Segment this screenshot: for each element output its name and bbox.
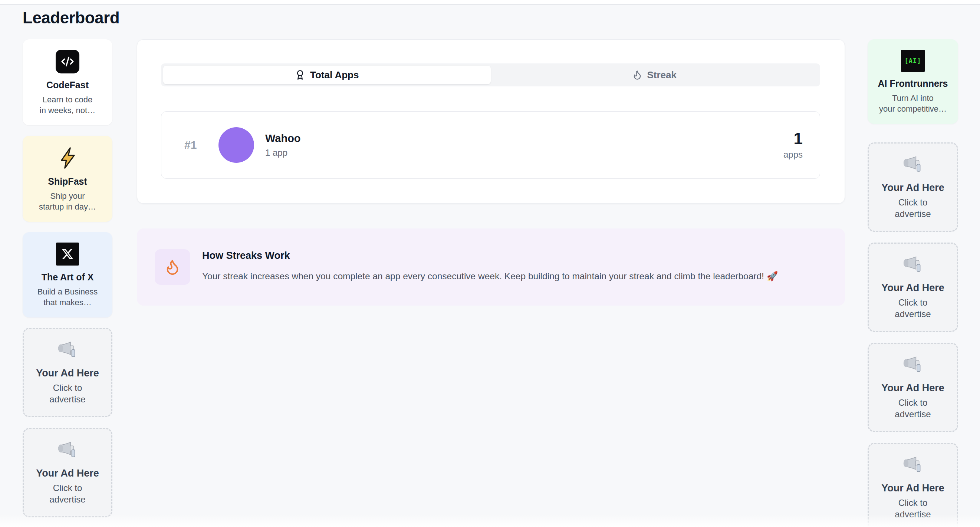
ad-title: Your Ad Here xyxy=(875,182,951,194)
ad-title: Your Ad Here xyxy=(30,468,105,479)
sponsor-description: Turn AI into your competitive… xyxy=(876,93,950,114)
info-body: Your streak increases when you complete … xyxy=(202,269,778,283)
right-sidebar: [AI] AI Frontrunners Turn AI into your c… xyxy=(868,39,958,527)
code-icon xyxy=(56,50,80,73)
sponsor-name: ShipFast xyxy=(29,176,107,187)
lightning-bolt-icon xyxy=(29,146,107,170)
rank-badge: #1 xyxy=(185,139,206,151)
flame-icon xyxy=(155,249,190,285)
ad-placeholder-card[interactable]: Your Ad Here Click to advertise xyxy=(868,143,958,232)
sponsor-card-shipfast[interactable]: ShipFast Ship your startup in day… xyxy=(22,136,112,222)
top-header-strip xyxy=(0,0,980,5)
info-title: How Streaks Work xyxy=(202,250,778,262)
sponsor-card-codefast[interactable]: CodeFast Learn to code in weeks, not… xyxy=(22,39,112,125)
megaphone-icon xyxy=(875,356,951,376)
megaphone-icon xyxy=(875,156,951,175)
how-streaks-work-card: How Streaks Work Your streak increases w… xyxy=(137,229,845,306)
ad-placeholder-card[interactable]: Your Ad Here Click to advertise xyxy=(868,343,958,432)
megaphone-icon xyxy=(30,341,105,361)
award-icon xyxy=(295,70,305,80)
ai-badge-icon: [AI] xyxy=(901,50,925,72)
megaphone-icon xyxy=(875,456,951,476)
sponsor-card-ai-frontrunners[interactable]: [AI] AI Frontrunners Turn AI into your c… xyxy=(868,39,958,124)
user-info: Wahoo 1 app xyxy=(265,132,301,158)
ad-title: Your Ad Here xyxy=(875,483,951,494)
ad-title: Your Ad Here xyxy=(875,282,951,294)
ad-title: Your Ad Here xyxy=(875,383,951,394)
leaderboard-row[interactable]: #1 Wahoo 1 app 1 apps xyxy=(161,111,820,179)
sponsor-name: The Art of X xyxy=(29,271,107,283)
user-app-count: 1 app xyxy=(265,148,301,158)
leaderboard-tabbar: Total Apps Streak xyxy=(161,63,820,86)
left-sidebar: CodeFast Learn to code in weeks, not… Sh… xyxy=(22,39,112,527)
tab-label: Total Apps xyxy=(310,69,359,81)
ad-title: Your Ad Here xyxy=(30,368,105,379)
sponsor-name: AI Frontrunners xyxy=(873,78,952,89)
sponsor-description: Ship your startup in day… xyxy=(30,190,105,212)
ad-subtitle: Click to advertise xyxy=(885,297,941,320)
flame-icon xyxy=(632,70,643,80)
ad-placeholder-card[interactable]: Your Ad Here Click to advertise xyxy=(868,443,958,527)
main-content: Total Apps Streak #1 Wahoo 1 app xyxy=(137,39,845,306)
tab-label: Streak xyxy=(647,69,677,81)
user-name: Wahoo xyxy=(265,132,301,144)
info-text: How Streaks Work Your streak increases w… xyxy=(202,249,778,283)
score-unit: apps xyxy=(783,149,803,160)
sponsor-description: Build a Business that makes… xyxy=(30,286,105,308)
megaphone-icon xyxy=(30,441,105,461)
sponsor-card-the-art-of-x[interactable]: The Art of X Build a Business that makes… xyxy=(22,232,112,317)
ad-placeholder-card[interactable]: Your Ad Here Click to advertise xyxy=(22,428,112,517)
tab-total-apps[interactable]: Total Apps xyxy=(163,66,491,84)
x-logo-icon xyxy=(56,243,79,265)
ad-subtitle: Click to advertise xyxy=(40,382,95,405)
ad-subtitle: Click to advertise xyxy=(885,497,941,520)
ad-subtitle: Click to advertise xyxy=(885,197,941,219)
score-block: 1 apps xyxy=(783,130,803,160)
sponsor-description: Learn to code in weeks, not… xyxy=(30,94,105,116)
page-title: Leaderboard xyxy=(22,8,980,27)
ad-placeholder-card[interactable]: Your Ad Here Click to advertise xyxy=(868,243,958,332)
ad-placeholder-card[interactable]: Your Ad Here Click to advertise xyxy=(22,328,112,417)
page-layout: CodeFast Learn to code in weeks, not… Sh… xyxy=(0,27,980,527)
score-value: 1 xyxy=(783,130,803,147)
avatar xyxy=(218,127,254,163)
megaphone-icon xyxy=(875,256,951,276)
ai-badge-text: [AI] xyxy=(905,57,921,65)
tab-streak[interactable]: Streak xyxy=(491,66,818,84)
ad-subtitle: Click to advertise xyxy=(40,482,95,505)
ad-subtitle: Click to advertise xyxy=(885,397,941,420)
sponsor-name: CodeFast xyxy=(29,79,107,91)
leaderboard-panel: Total Apps Streak #1 Wahoo 1 app xyxy=(137,39,845,203)
